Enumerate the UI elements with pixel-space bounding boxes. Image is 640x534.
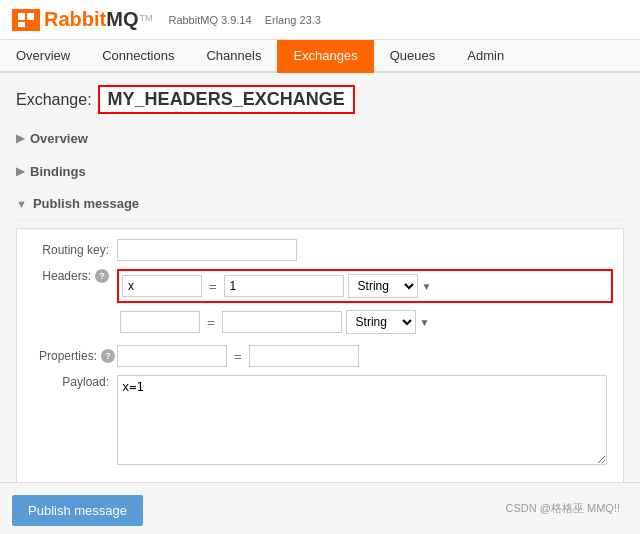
publish-section: Publish message Routing key: Headers: ? … [16,192,624,484]
overview-label: Overview [30,131,88,146]
bindings-label: Bindings [30,164,86,179]
properties-inputs: = [117,345,359,367]
watermark-text: CSDN @格格巫 MMQ!! [498,497,628,520]
publish-section-header[interactable]: Publish message [16,192,624,220]
header-info: RabbitMQ 3.9.14 Erlang 23.3 [168,14,330,26]
publish-message-button[interactable]: Publish message [12,495,143,526]
property-value-input[interactable] [249,345,359,367]
bindings-section-header[interactable]: Bindings [16,159,624,184]
logo-icon [12,9,40,31]
nav-exchanges[interactable]: Exchanges [277,40,373,73]
logo-text: RabbitMQTM [44,8,152,31]
exchange-title-row: Exchange: MY_HEADERS_EXCHANGE [16,85,624,114]
header-input-row-1: = String Boolean List Number Dictionary … [117,269,613,303]
logo-mq: MQ [106,8,138,30]
headers-label: Headers: [42,269,93,283]
header-key-2[interactable] [120,311,200,333]
prop-eq-sign: = [234,349,242,364]
payload-textarea[interactable]: x=1 [117,375,607,465]
headers-row: Headers: ? = String Boolean List Number [27,269,613,337]
overview-arrow-icon [16,132,24,145]
content-area: Exchange: MY_HEADERS_EXCHANGE Overview B… [0,73,640,534]
header-type-select-2[interactable]: String Boolean List Number Dictionary [346,310,416,334]
routing-key-input[interactable] [117,239,297,261]
exchange-label: Exchange: [16,91,92,109]
chevron-down-icon-1: ▼ [422,281,432,292]
properties-row: Properties: ? = [27,345,613,367]
overview-section-header[interactable]: Overview [16,126,624,151]
routing-key-label: Routing key: [27,243,117,257]
nav-queues[interactable]: Queues [374,40,452,73]
property-key-input[interactable] [117,345,227,367]
publish-section-label: Publish message [33,196,139,211]
version-label: RabbitMQ 3.9.14 [168,14,251,26]
logo: RabbitMQTM [12,8,152,31]
nav-overview[interactable]: Overview [0,40,86,73]
properties-label: Properties: [39,349,99,363]
overview-section: Overview [16,126,624,151]
logo-tm: TM [139,13,152,23]
headers-inputs: = String Boolean List Number Dictionary … [117,269,613,337]
headers-help-icon[interactable]: ? [95,269,109,283]
bindings-section: Bindings [16,159,624,184]
chevron-down-icon-2: ▼ [420,317,430,328]
svg-rect-1 [27,13,34,20]
headers-label-group: Headers: ? [27,269,117,283]
payload-row: Payload: x=1 [27,375,613,465]
header-value-2[interactable] [222,311,342,333]
eq-sign-2: = [207,315,215,330]
main-nav: Overview Connections Channels Exchanges … [0,40,640,73]
header-value-1[interactable] [224,275,344,297]
header-type-select-1[interactable]: String Boolean List Number Dictionary [348,274,418,298]
nav-channels[interactable]: Channels [190,40,277,73]
svg-rect-2 [18,22,25,27]
erlang-label: Erlang 23.3 [265,14,321,26]
routing-key-row: Routing key: [27,239,613,261]
nav-connections[interactable]: Connections [86,40,190,73]
publish-form: Routing key: Headers: ? = String [16,228,624,484]
publish-arrow-icon [16,198,27,210]
header-input-row-2: = String Boolean List Number Dictionary … [117,307,613,337]
header-key-1[interactable] [122,275,202,297]
svg-rect-0 [18,13,25,20]
properties-help-icon[interactable]: ? [101,349,115,363]
eq-sign-1: = [209,279,217,294]
payload-label: Payload: [27,375,117,389]
bindings-arrow-icon [16,165,24,178]
nav-admin[interactable]: Admin [451,40,520,73]
exchange-name: MY_HEADERS_EXCHANGE [98,85,355,114]
bottom-bar: Publish message CSDN @格格巫 MMQ!! [0,482,640,534]
app-header: RabbitMQTM RabbitMQ 3.9.14 Erlang 23.3 [0,0,640,40]
logo-rabbit: Rabbit [44,8,106,30]
